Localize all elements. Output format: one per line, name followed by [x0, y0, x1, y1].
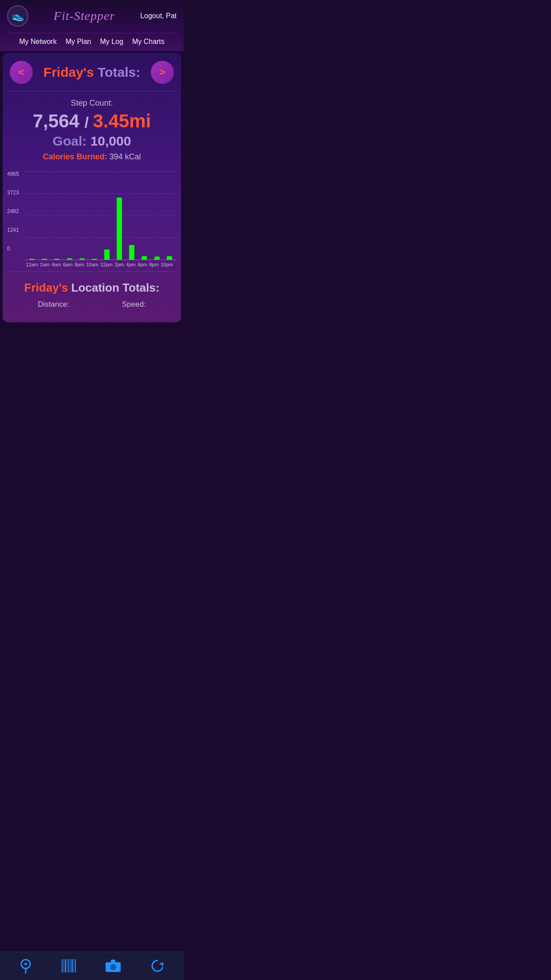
goal-number: 10,000: [91, 134, 131, 148]
logout-button[interactable]: Logout, Pat: [140, 12, 177, 20]
step-count-label: Step Count:: [12, 99, 172, 108]
prev-day-button[interactable]: <: [10, 61, 33, 84]
x-label-2pm: 2pm: [114, 262, 124, 267]
x-label-8am: 8am: [75, 262, 84, 267]
calories-number: 394 kCal: [110, 152, 141, 161]
x-axis: 12am 2am 4am 6am 8am 10am 12pm 2pm 4pm 6…: [7, 262, 177, 267]
chart-bar-10pm: [167, 256, 172, 260]
x-label-12am: 12am: [26, 262, 38, 267]
nav-item-log[interactable]: My Log: [100, 38, 123, 46]
y-label-2482: 2482: [7, 209, 25, 214]
day-title: Friday's Totals:: [43, 65, 140, 80]
bottom-spacer: [0, 325, 184, 353]
chart-area: 4965 3723 2482 1241 0: [7, 171, 177, 260]
chart-bar-8pm: [154, 257, 160, 260]
location-title-text: Location Totals:: [71, 281, 160, 294]
goal-label: Goal:: [53, 134, 87, 148]
left-arrow-icon: <: [19, 67, 24, 78]
y-label-0: 0: [7, 246, 25, 251]
x-label-6am: 6am: [63, 262, 72, 267]
step-chart: 4965 3723 2482 1241 0 12am 2am 4am 6am: [3, 171, 181, 267]
speed-label: Speed:: [122, 300, 146, 309]
location-day: Friday's: [24, 281, 68, 294]
x-label-10pm: 10pm: [161, 262, 173, 267]
y-label-4965: 4965: [7, 171, 25, 177]
main-card: < Friday's Totals: > Step Count: 7,564 /…: [3, 53, 181, 322]
chart-bar-6am: [67, 258, 72, 260]
totals-text: Totals:: [98, 65, 140, 79]
x-label-10am: 10am: [86, 262, 98, 267]
step-count-row: 7,564 / 3.45mi: [12, 111, 172, 132]
header-top: 👟 Fit-Stepper Logout, Pat: [7, 5, 177, 30]
goal-row: Goal: 10,000: [12, 134, 172, 149]
x-label-2am: 2am: [40, 262, 49, 267]
chart-bar-12am: [29, 259, 35, 260]
shoe-icon: 👟: [12, 10, 24, 22]
location-title: Friday's Location Totals:: [12, 281, 172, 295]
chart-bar-2pm: [117, 198, 122, 260]
chart-plot: [25, 171, 177, 260]
x-label-8pm: 8pm: [149, 262, 158, 267]
header-divider: [10, 91, 174, 91]
x-label-4pm: 4pm: [126, 262, 135, 267]
stats-section: Step Count: 7,564 / 3.45mi Goal: 10,000 …: [3, 93, 181, 171]
app-title: Fit-Stepper: [28, 9, 140, 23]
location-labels-row: Distance: Speed:: [12, 300, 172, 309]
distance-label: Distance:: [38, 300, 69, 309]
day-navigation: < Friday's Totals: >: [3, 53, 181, 89]
x-label-12pm: 12pm: [100, 262, 113, 267]
x-label-6pm: 6pm: [138, 262, 147, 267]
miles-value: 3.45mi: [93, 111, 151, 131]
chart-bar-4pm: [129, 245, 134, 260]
chart-bar-8am: [79, 258, 85, 260]
app-header: 👟 Fit-Stepper Logout, Pat My Network My …: [0, 0, 184, 51]
right-arrow-icon: >: [160, 67, 165, 78]
x-label-4am: 4am: [51, 262, 61, 267]
calories-label: Calories Burned:: [43, 152, 107, 161]
y-label-1241: 1241: [7, 227, 25, 233]
nav-item-network[interactable]: My Network: [19, 38, 56, 46]
chart-divider: [10, 272, 174, 272]
next-day-button[interactable]: >: [151, 61, 174, 84]
slash: /: [85, 114, 93, 130]
chart-bar-12pm: [104, 249, 110, 260]
nav-item-charts[interactable]: My Charts: [132, 38, 165, 46]
app-logo[interactable]: 👟: [7, 5, 28, 27]
chart-bar-4am: [54, 259, 59, 260]
bars-wrapper: [25, 171, 177, 260]
chart-bar-10am: [92, 259, 97, 260]
location-section: Friday's Location Totals: Distance: Spee…: [3, 274, 181, 313]
calories-row: Calories Burned: 394 kCal: [12, 152, 172, 162]
chart-bar-2am: [42, 259, 47, 260]
y-label-3723: 3723: [7, 190, 25, 195]
steps-value: 7,564: [33, 111, 79, 131]
main-nav: My Network My Plan My Log My Charts: [7, 33, 177, 51]
chart-bar-6pm: [142, 256, 147, 260]
day-name: Friday's: [43, 65, 94, 79]
y-axis: 4965 3723 2482 1241 0: [7, 171, 25, 260]
nav-item-plan[interactable]: My Plan: [66, 38, 91, 46]
